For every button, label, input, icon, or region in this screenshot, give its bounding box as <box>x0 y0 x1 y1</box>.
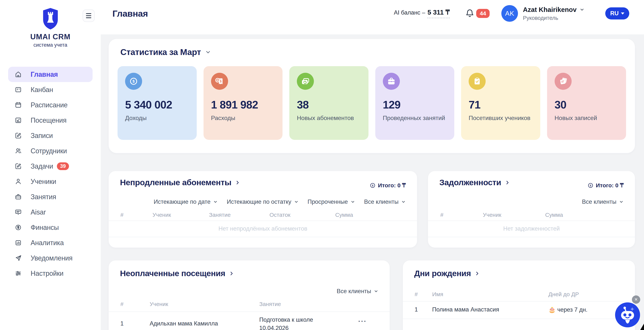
stat-value: 5 340 002 <box>125 98 172 111</box>
sidebar-item-label: Записи <box>30 132 53 140</box>
filter-overdue[interactable]: Просроченные <box>308 198 355 205</box>
chevron-down-icon <box>619 200 624 204</box>
filter-all-clients[interactable]: Все клиенты <box>582 198 624 205</box>
sidebar-item-lessons[interactable]: Занятия <box>8 189 92 204</box>
page-title: Главная <box>112 8 148 19</box>
briefcase-icon <box>383 73 400 90</box>
unpaid-filters: Все клиенты <box>337 288 378 295</box>
sidebar-item-aisar[interactable]: Aisar <box>8 204 92 220</box>
briefcase-icon <box>14 193 22 200</box>
sidebar-item-label: Настройки <box>30 270 64 278</box>
stat-card-lessons: 129 Проведенных занятий <box>375 66 454 140</box>
stat-label: Проведенных занятий <box>383 114 449 122</box>
users-icon <box>14 148 22 154</box>
filter-expiring-by-balance[interactable]: Истекающие по остатку <box>227 198 298 205</box>
dollar-circle-icon <box>14 224 22 231</box>
debts-title-link[interactable]: Задолженности <box>439 178 510 187</box>
sidebar-item-analytics[interactable]: Аналитика <box>8 235 92 250</box>
coin-icon: $ <box>370 182 376 188</box>
user-icon <box>14 178 22 185</box>
subscriptions-filters: Истекающие по дате Истекающие по остатку… <box>154 198 406 205</box>
chevron-down-icon <box>294 200 298 204</box>
chat-close-button[interactable] <box>632 296 640 304</box>
birthdays-panel: Дни рождения # Имя Дней до ДР 1 Полина м… <box>403 260 635 330</box>
more-menu-icon[interactable]: ⋯ <box>358 317 367 325</box>
chevron-down-icon <box>401 200 406 204</box>
debts-filters: Все клиенты <box>582 198 624 205</box>
stat-label: Новых абонементов <box>297 114 363 122</box>
bar-chart-icon <box>14 239 22 246</box>
stat-card-expenses: $ 1 891 982 Расходы <box>204 66 283 140</box>
stat-label: Посетивших учеников <box>469 114 534 122</box>
stat-value: 129 <box>383 98 400 111</box>
app-root: UMAI CRM система учета Главная Канбан <box>0 0 644 330</box>
sidebar-item-label: Задачи <box>30 162 53 170</box>
home-icon <box>14 71 22 78</box>
person-name: Полина мама Анастасия <box>432 306 499 313</box>
ai-balance-value: 5 311 ₸ <box>428 8 450 18</box>
chat-bot-button[interactable] <box>615 302 640 327</box>
sidebar-item-label: Сотрудники <box>30 147 67 155</box>
sidebar-item-visits[interactable]: Посещения <box>8 113 92 128</box>
filter-expiring-by-date[interactable]: Истекающие по дате <box>154 198 218 205</box>
stats-period-dropdown[interactable]: Статистика за Март <box>120 47 211 57</box>
chevron-down-icon <box>205 49 211 55</box>
unpaid-visits-panel: Неоплаченные посещения Все клиенты # Уче… <box>109 260 390 330</box>
stat-value: 30 <box>554 98 566 111</box>
filter-all-clients[interactable]: Все клиенты <box>337 288 378 295</box>
sidebar-item-kanban[interactable]: Канбан <box>8 82 92 97</box>
subscriptions-panel: Непродленные абонементы $ Итого: 0 ₸ Ист… <box>109 171 417 248</box>
chevron-down-icon <box>350 200 355 204</box>
stat-label: Доходы <box>125 114 191 122</box>
sidebar-item-finance[interactable]: Финансы <box>8 220 92 235</box>
divider <box>428 237 635 237</box>
days-until-birthday: 🎂 через 7 дн. <box>548 306 588 313</box>
chevron-right-icon <box>475 271 480 276</box>
notifications-count-badge: 44 <box>476 9 490 18</box>
panel-title: Задолженности <box>439 178 501 187</box>
mouse-cursor <box>640 324 644 330</box>
divider <box>109 237 417 237</box>
caret-down-icon <box>621 12 624 14</box>
table-row: 1 Адильхан мама Камилла Подготовка к шко… <box>109 312 390 330</box>
svg-text:$: $ <box>220 80 222 83</box>
sidebar-item-records[interactable]: Записи <box>8 128 92 143</box>
user-menu[interactable]: AK Azat Khairikenov Руководитель <box>501 5 584 22</box>
notifications-button[interactable]: 44 <box>465 9 490 18</box>
ai-balance-link[interactable]: AI баланс – 5 311 ₸ <box>394 8 450 18</box>
sidebar-item-students[interactable]: Ученики <box>8 174 92 189</box>
stat-value: 71 <box>469 98 480 111</box>
student-name: Адильхан мама Камилла <box>150 320 218 327</box>
subscriptions-total: $ Итого: 0 ₸ <box>370 182 406 189</box>
robot-icon <box>615 302 640 327</box>
stat-label: Расходы <box>211 114 277 122</box>
debts-total: $ Итого: 0 ₸ <box>588 182 624 189</box>
language-code: RU <box>610 10 619 17</box>
sliders-icon <box>14 270 22 277</box>
stats-panel: Статистика за Март $ 5 340 002 Доходы $ <box>109 39 635 153</box>
stat-card-income: $ 5 340 002 Доходы <box>118 66 197 140</box>
birthdays-title-link[interactable]: Дни рождения <box>414 269 480 278</box>
sidebar-item-settings[interactable]: Настройки <box>8 266 92 281</box>
sidebar-item-schedule[interactable]: Расписание <box>8 97 92 113</box>
user-name: Azat Khairikenov <box>523 6 576 14</box>
chevron-right-icon <box>229 271 234 276</box>
sidebar-item-tasks[interactable]: Задачи 39 <box>8 158 92 174</box>
divider <box>403 319 635 319</box>
sidebar-item-staff[interactable]: Сотрудники <box>8 143 92 158</box>
chat-bubble-icon <box>14 209 22 216</box>
send-icon <box>14 254 22 262</box>
filter-all-clients[interactable]: Все клиенты <box>364 198 406 205</box>
chevron-down-icon <box>213 200 218 204</box>
sidebar-item-home[interactable]: Главная <box>8 67 92 82</box>
sidebar-item-notifications[interactable]: Уведомления <box>8 250 92 266</box>
avatar: AK <box>501 5 518 22</box>
brand-tagline: система учета <box>0 42 101 48</box>
unpaid-visits-title-link[interactable]: Неоплаченные посещения <box>120 269 234 278</box>
stat-card-subscriptions: 38 Новых абонементов <box>289 66 368 140</box>
check-square-icon <box>14 117 22 124</box>
subscriptions-title-link[interactable]: Непродленные абонементы <box>120 178 240 187</box>
menu-toggle-button[interactable] <box>82 10 95 22</box>
chevron-right-icon <box>235 180 240 185</box>
language-button[interactable]: RU <box>605 7 629 20</box>
